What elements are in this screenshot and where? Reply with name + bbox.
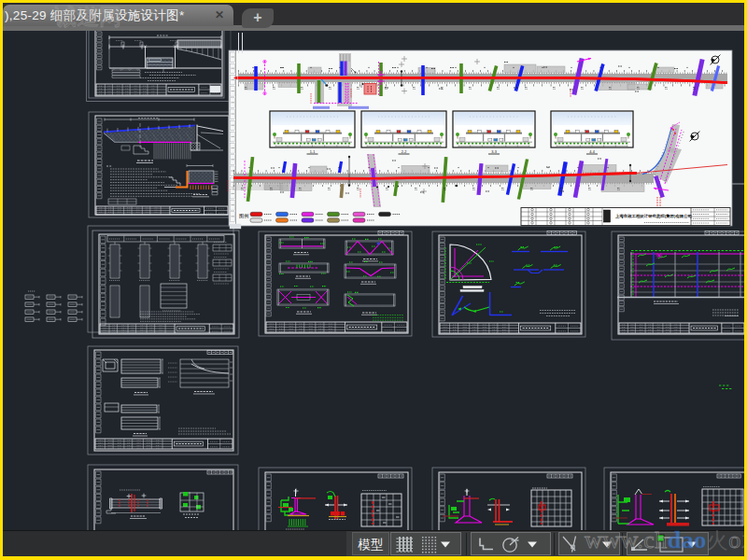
sheet-signal-pole-1	[259, 468, 412, 530]
sheet-embankment-detail	[89, 112, 233, 217]
grid-snap-group	[390, 532, 461, 555]
snap-grid-icon[interactable]	[418, 534, 439, 554]
tab-bar: ),25-29 细部及附属设施设计图* ✕ + 诚道网	[3, 3, 744, 31]
application-window: ),25-29 细部及附属设施设计图* ✕ + 诚道网	[0, 0, 747, 560]
sheet-road-section	[87, 31, 232, 102]
input-group	[627, 532, 709, 555]
ortho-polar-group	[471, 532, 551, 555]
grid-display-icon[interactable]	[394, 534, 415, 554]
section-label-3: 3-3	[491, 150, 497, 154]
drawing-tab[interactable]: ),25-29 细部及附属设施设计图* ✕	[3, 5, 233, 26]
osnap-dropdown-icon[interactable]	[600, 534, 613, 554]
sheet-signal-pole-2	[432, 468, 585, 530]
input-dropdown-icon[interactable]	[685, 534, 698, 554]
isometric-drafting-icon[interactable]	[627, 534, 652, 554]
section-label-4: 4-4	[589, 150, 595, 154]
sheet-fan-details	[432, 231, 585, 338]
drawing-content: 1-12-23-34-4 图例 上海市政工程设计研究总院(集团)有限公司	[3, 31, 744, 530]
status-bar: 模型	[3, 530, 744, 556]
sheet-plank-details	[88, 346, 238, 455]
new-tab-button[interactable]: +	[242, 8, 274, 28]
drawing-tab-title: ),25-29 细部及附属设施设计图*	[5, 7, 205, 24]
ortho-mode-icon[interactable]	[473, 534, 496, 554]
grid-dropdown-icon[interactable]	[439, 534, 452, 554]
polar-tracking-icon[interactable]	[500, 534, 522, 554]
osnap-group	[558, 532, 620, 555]
status-bar-toolbar: 模型	[346, 531, 744, 557]
object-snap-icon[interactable]	[559, 534, 584, 554]
model-space-button[interactable]: 模型	[352, 532, 389, 555]
tab-close-icon[interactable]: ✕	[214, 9, 225, 21]
sheet-grid-details	[612, 231, 744, 341]
section-label-2: 2-2	[402, 150, 407, 154]
dynamic-input-icon[interactable]	[654, 534, 685, 554]
section-label-1: 1-1	[310, 150, 316, 154]
sheet-pipe-details	[88, 465, 238, 530]
sheet-mast-details	[88, 224, 241, 338]
sheet-plan-overview	[229, 50, 732, 226]
legend-label: 图例	[239, 213, 248, 219]
sheet-beam-details	[259, 231, 412, 337]
polar-dropdown-icon[interactable]	[526, 534, 539, 554]
sheet-signal-pole-3	[604, 468, 744, 530]
drawing-canvas[interactable]: 1-12-23-34-4 图例 上海市政工程设计研究总院(集团)有限公司	[3, 31, 744, 530]
